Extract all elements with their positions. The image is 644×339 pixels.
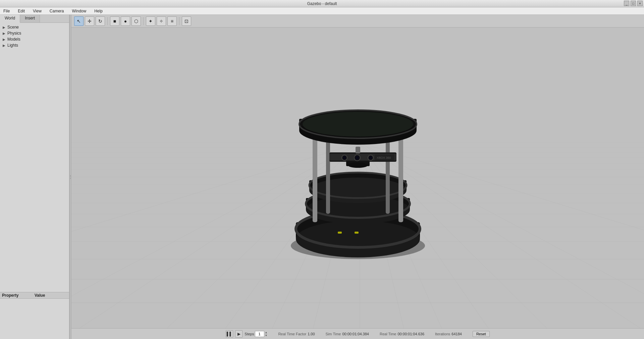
cylinder-tool-button[interactable]: ⬡ [131,16,141,26]
iterations-value: 64184 [451,332,462,336]
close-button[interactable]: × [637,1,643,6]
real-time-factor-value: 1.00 [308,332,315,336]
tree-models[interactable]: ▶ Models [0,36,69,42]
play-controls: ▌▌ ▶ Steps ▲ ▼ [226,330,267,338]
robot-base-bottom [296,221,420,257]
title-bar: Gazebo - default _ □ × [0,0,644,7]
canopy-inner [303,112,413,137]
menu-help[interactable]: Help [92,8,105,14]
steps-box: Steps ▲ ▼ [245,331,267,337]
toolbar-separator-3 [179,17,179,25]
window-controls[interactable]: _ □ × [624,1,643,6]
robot-svg: XBOX 360 [274,75,442,262]
steps-label: Steps [245,332,254,336]
robot-led-1 [338,232,342,234]
translate-tool-button[interactable]: ✛ [85,16,94,26]
arrow-lights: ▶ [3,44,6,47]
real-time-value: 00:00:01:04.636 [398,332,425,336]
real-time-label: Real Time [380,332,396,336]
step-button[interactable]: ▶ [235,330,243,338]
menu-edit[interactable]: Edit [16,8,27,14]
iterations-label: Iterations [435,332,450,336]
kinect-arm [356,147,360,153]
select-tool-button[interactable]: ↖ [74,16,84,26]
minimize-button[interactable]: _ [624,1,629,6]
robot-led-2 [355,232,359,234]
real-time-factor-label: Real Time Factor [278,332,306,336]
toolbar: ↖ ✛ ↻ ■ ● ⬡ ✦ ✧ ≡ ⊡ [71,15,644,28]
models-label: Models [7,37,20,42]
tab-world[interactable]: World [0,15,20,23]
sim-time-value: 00:00:01:04.384 [342,332,369,336]
property-column: Property [2,293,35,298]
menu-file[interactable]: File [1,8,12,14]
screenshot-button[interactable]: ⊡ [182,16,191,26]
arrow-physics: ▶ [3,32,6,35]
kinect-lens-3-inner [369,156,372,159]
value-column: Value [35,293,67,298]
rotate-tool-button[interactable]: ↻ [96,16,105,26]
tree-scene[interactable]: ▶ Scene [0,24,69,30]
robot-model: XBOX 360 [274,75,442,262]
status-bar: ▌▌ ▶ Steps ▲ ▼ Real Time Factor 1.00 Sim… [71,328,644,339]
maximize-button[interactable]: □ [631,1,636,6]
arrow-scene: ▶ [3,26,6,29]
steps-down-arrow[interactable]: ▼ [265,334,268,337]
steps-input[interactable] [255,331,264,337]
toolbar-separator-2 [143,17,144,25]
reset-button[interactable]: Reset [473,331,490,337]
point-light-button[interactable]: ✦ [146,16,155,26]
arrow-models: ▶ [3,38,6,41]
lights-label: Lights [7,43,18,48]
menu-camera[interactable]: Camera [48,8,66,14]
sim-time-label: Sim Time [326,332,341,336]
sphere-tool-button[interactable]: ● [121,16,130,26]
sim-time-stat: Sim Time 00:00:01:04.384 [326,332,369,336]
tree-physics[interactable]: ▶ Physics [0,30,69,36]
steps-up-arrow[interactable]: ▲ [265,331,268,334]
property-panel: Property Value [0,292,69,339]
grid-floor: XBOX 360 [71,28,644,328]
steps-arrows[interactable]: ▲ ▼ [265,331,268,337]
window-title: Gazebo - default [307,1,337,6]
main-layout: World Insert ▶ Scene ▶ Physics ▶ Models … [0,15,644,339]
menu-view[interactable]: View [31,8,44,14]
property-header: Property Value [0,292,69,299]
box-tool-button[interactable]: ■ [110,16,119,26]
kinect-lens-1-inner [343,156,346,159]
real-time-stat: Real Time 00:00:01:04.636 [380,332,424,336]
tab-insert[interactable]: Insert [20,15,40,22]
viewport[interactable]: ↖ ✛ ↻ ■ ● ⬡ ✦ ✧ ≡ ⊡ [71,15,644,339]
spot-light-button[interactable]: ✧ [157,16,166,26]
iterations-stat: Iterations 64184 [435,332,462,336]
menu-window[interactable]: Window [70,8,89,14]
tree-lights[interactable]: ▶ Lights [0,42,69,48]
left-panel: World Insert ▶ Scene ▶ Physics ▶ Models … [0,15,69,339]
tier2-bottom [309,178,407,203]
kinect-tilt-base [348,162,368,168]
menu-bar: File Edit View Camera Window Help [0,7,644,15]
toolbar-separator-1 [107,17,108,25]
pause-button[interactable]: ▌▌ [226,330,233,338]
real-time-factor-stat: Real Time Factor 1.00 [278,332,315,336]
kinect-label: XBOX 360 [377,156,391,159]
kinect-lens-2-inner [355,156,359,160]
tree-panel: ▶ Scene ▶ Physics ▶ Models ▶ Lights [0,23,69,292]
tabs: World Insert [0,15,69,23]
physics-label: Physics [7,31,21,36]
scene-label: Scene [7,25,19,30]
directional-light-button[interactable]: ≡ [167,16,177,26]
